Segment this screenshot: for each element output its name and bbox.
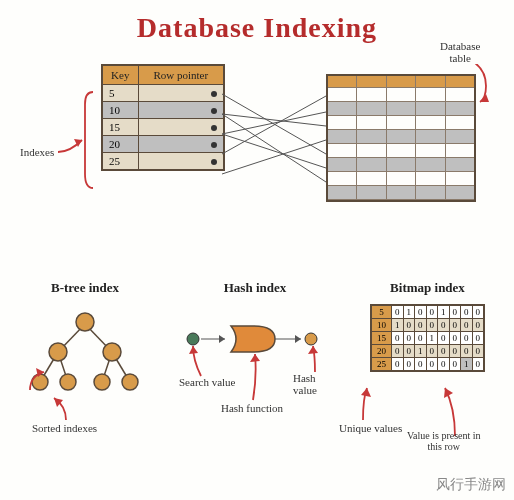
svg-line-0 [222, 94, 326, 154]
svg-line-6 [222, 134, 326, 168]
index-header-pointer: Row pointer [138, 65, 224, 85]
svg-line-5 [222, 114, 326, 126]
svg-line-4 [222, 140, 326, 174]
index-pointer-cell [138, 102, 224, 119]
bitmap-annot-unique: Unique values [339, 422, 402, 434]
svg-marker-31 [250, 354, 260, 362]
section-btree: B-tree index Sorted indexes [10, 280, 160, 408]
db-row [328, 116, 474, 130]
db-row [328, 172, 474, 186]
hash-annot-search: Search value [179, 376, 236, 388]
index-pointer-cell [138, 119, 224, 136]
section-bitmap: Bitmap index 501001000101000000015000100… [345, 280, 510, 372]
svg-marker-30 [189, 346, 198, 354]
index-pointer-cell [138, 136, 224, 153]
lower-section: B-tree index Sorted indexes Hash index [0, 280, 514, 475]
index-key-cell: 20 [102, 136, 138, 153]
db-row [328, 102, 474, 116]
db-row [328, 144, 474, 158]
svg-line-2 [222, 112, 326, 134]
btree-arrow [10, 280, 170, 440]
index-pointer-cell [138, 85, 224, 102]
hash-annot-function: Hash function [221, 402, 283, 414]
svg-marker-33 [361, 388, 371, 397]
btree-annot: Sorted indexes [32, 422, 97, 434]
bitmap-annot-present: Value is present in this row [407, 430, 481, 452]
hash-annot-value: Hash value [293, 372, 335, 396]
svg-marker-32 [308, 346, 318, 354]
index-table: KeyRow pointer 5 10 15 20 25 [101, 64, 225, 171]
pointer-dot [211, 159, 217, 165]
svg-marker-7 [74, 139, 82, 147]
svg-line-1 [222, 114, 326, 182]
pointer-dot [211, 142, 217, 148]
section-hash: Hash index Search value Hash function Ha… [175, 280, 335, 398]
db-row-header [328, 76, 474, 88]
pointer-dot [211, 91, 217, 97]
db-row [328, 186, 474, 200]
db-row [328, 88, 474, 102]
svg-line-3 [222, 96, 326, 154]
top-diagram: KeyRow pointer 5 10 15 20 25 Indexes D [0, 64, 514, 244]
svg-marker-8 [480, 94, 489, 102]
pointer-dot [211, 125, 217, 131]
db-row [328, 158, 474, 172]
page-title: Database Indexing [0, 12, 514, 44]
index-header-key: Key [102, 65, 138, 85]
watermark: 风行手游网 [436, 476, 506, 494]
pointer-dot [211, 108, 217, 114]
db-row [328, 130, 474, 144]
index-pointer-cell [138, 153, 224, 171]
index-key-cell: 25 [102, 153, 138, 171]
index-key-cell: 10 [102, 102, 138, 119]
hash-arrows [175, 280, 345, 450]
index-key-cell: 15 [102, 119, 138, 136]
database-table [326, 74, 476, 202]
label-indexes: Indexes [20, 146, 54, 158]
label-database-table: Database table [440, 40, 480, 64]
index-key-cell: 5 [102, 85, 138, 102]
